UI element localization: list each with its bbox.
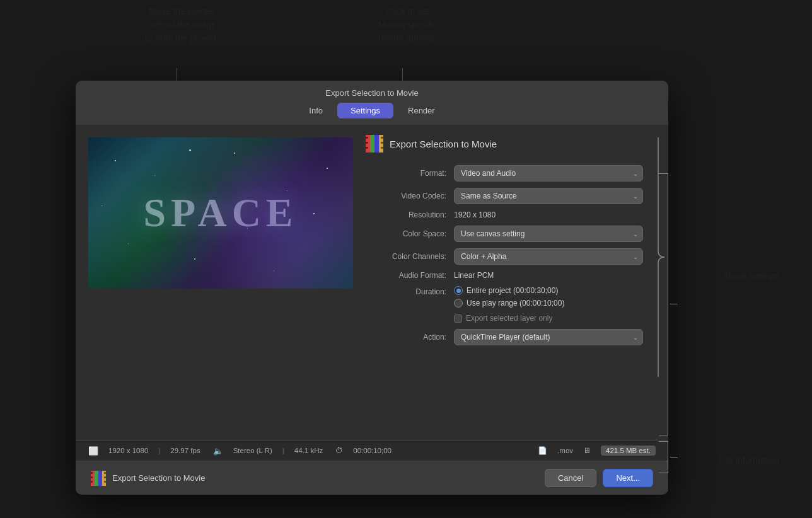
file-brace-bottom [659, 473, 668, 473]
resolution-label: Resolution: [366, 210, 454, 219]
action-bar-title: Export Selection to Movie [112, 473, 538, 483]
share-settings-label: Share settings [723, 271, 780, 281]
duration-row: Duration: Entire project (00:00:30;00) U… [366, 286, 643, 308]
tab-settings[interactable]: Settings [337, 103, 393, 118]
svg-rect-19 [104, 481, 106, 483]
export-header: Export Selection to Movie [366, 135, 643, 153]
svg-rect-1 [370, 135, 374, 153]
render-tooltip: Click to set Motion-specific render opti… [378, 5, 437, 45]
format-select-wrapper[interactable]: Video and Audio ⌄ [454, 165, 643, 181]
info-screen-icon: ⬜ [88, 446, 98, 456]
dialog-title: Export Selection to Movie [76, 81, 668, 98]
svg-rect-16 [91, 481, 93, 483]
tab-bar: Info Settings Render [76, 98, 668, 125]
info-monitor-icon: 🖥 [583, 446, 591, 455]
info-duration-icon: ⏱ [335, 446, 343, 455]
info-sample-rate: 44.1 kHz [294, 447, 323, 454]
play-range-radio[interactable] [454, 299, 463, 308]
svg-rect-7 [381, 137, 383, 139]
svg-rect-9 [381, 147, 383, 149]
export-dialog: Export Selection to Movie Info Settings … [76, 81, 668, 495]
info-audio: Stereo (L R) [233, 447, 272, 454]
duration-options: Entire project (00:00:30;00) Use play ra… [454, 286, 564, 308]
export-layer-checkbox[interactable]: Export selected layer only [454, 314, 552, 323]
settings-export-title: Export Selection to Movie [390, 139, 497, 149]
next-button[interactable]: Next... [603, 469, 653, 487]
action-row: Action: QuickTime Player (default) ⌄ [366, 329, 643, 345]
export-layer-checkbox-box[interactable] [454, 314, 462, 323]
preview-image[interactable]: SPACE [88, 137, 353, 289]
share-settings-brace-area [656, 125, 668, 440]
share-brace-top [659, 173, 668, 174]
color-space-select[interactable]: Use canvas setting [454, 226, 643, 242]
action-export-icon [91, 471, 106, 486]
color-space-row: Color Space: Use canvas setting ⌄ [366, 226, 643, 242]
video-codec-row: Video Codec: Same as Source ⌄ [366, 188, 643, 204]
svg-rect-5 [366, 142, 368, 144]
video-codec-select-wrapper[interactable]: Same as Source ⌄ [454, 188, 643, 204]
video-codec-select[interactable]: Same as Source [454, 188, 643, 204]
entire-project-radio[interactable] [454, 286, 463, 295]
color-space-select-wrapper[interactable]: Use canvas setting ⌄ [454, 226, 643, 242]
file-brace-line [668, 441, 668, 473]
export-layer-row: Export selected layer only [454, 314, 643, 323]
color-channels-label: Color Channels: [366, 252, 454, 261]
info-audio-icon: 🔈 [213, 446, 223, 456]
format-row: Format: Video and Audio ⌄ [366, 165, 643, 181]
audio-format-value: Linear PCM [454, 271, 494, 280]
color-channels-select[interactable]: Color + Alpha [454, 248, 643, 265]
cancel-button[interactable]: Cancel [545, 469, 596, 487]
export-icon [366, 135, 383, 153]
preview-panel: SPACE [76, 125, 353, 440]
file-brace-mid [670, 457, 678, 458]
svg-rect-17 [104, 472, 106, 474]
audio-format-row: Audio Format: Linear PCM [366, 271, 643, 280]
svg-rect-18 [104, 476, 106, 478]
svg-rect-2 [374, 135, 379, 153]
play-range-label: Use play range (00:00:10;00) [467, 299, 564, 308]
dialog-body: SPACE [76, 125, 668, 440]
color-space-label: Color Space: [366, 229, 454, 238]
share-brace-mid [670, 304, 678, 304]
duration-play-range[interactable]: Use play range (00:00:10;00) [454, 299, 564, 308]
format-label: Format: [366, 169, 454, 178]
svg-rect-14 [91, 472, 93, 474]
svg-rect-4 [366, 137, 368, 139]
resolution-row: Resolution: 1920 x 1080 [366, 210, 643, 219]
settings-panel: Export Selection to Movie Format: Video … [353, 125, 656, 440]
svg-rect-15 [91, 476, 93, 478]
info-file-icon: 📄 [538, 446, 547, 455]
video-codec-label: Video Codec: [366, 192, 454, 200]
tab-render[interactable]: Render [395, 103, 448, 118]
info-bar: ⬜ 1920 x 1080 | 29.97 fps 🔈 Stereo (L R)… [76, 440, 668, 461]
share-brace-bottom [659, 435, 668, 435]
file-size-badge: 421.5 MB est. [601, 446, 656, 456]
svg-rect-12 [98, 471, 102, 486]
info-file-ext: .mov [557, 447, 573, 454]
action-select[interactable]: QuickTime Player (default) [454, 329, 643, 345]
info-duration: 00:00:10;00 [353, 447, 392, 454]
info-fps: 29.97 fps [170, 447, 200, 454]
info-resolution: 1920 x 1080 [108, 447, 148, 454]
svg-rect-6 [366, 147, 368, 149]
resolution-value: 1920 x 1080 [454, 210, 496, 219]
pointer-tooltip: Move the pointer over of the image to sk… [145, 5, 219, 45]
file-brace-top [659, 441, 668, 442]
svg-rect-11 [95, 471, 98, 486]
duration-entire-project[interactable]: Entire project (00:00:30;00) [454, 286, 564, 295]
format-select[interactable]: Video and Audio [454, 165, 643, 181]
entire-project-label: Entire project (00:00:30;00) [467, 286, 558, 295]
share-brace-line [668, 173, 668, 435]
tab-info[interactable]: Info [296, 103, 336, 118]
export-layer-label: Export selected layer only [466, 314, 552, 323]
color-channels-row: Color Channels: Color + Alpha ⌄ [366, 248, 643, 265]
svg-rect-8 [381, 142, 383, 144]
file-info-label: File information [719, 455, 779, 465]
action-label: Action: [366, 333, 454, 342]
action-bar: Export Selection to Movie Cancel Next... [76, 461, 668, 495]
audio-format-label: Audio Format: [366, 271, 454, 280]
duration-label: Duration: [366, 287, 454, 296]
color-channels-select-wrapper[interactable]: Color + Alpha ⌄ [454, 248, 643, 265]
action-select-wrapper[interactable]: QuickTime Player (default) ⌄ [454, 329, 643, 345]
